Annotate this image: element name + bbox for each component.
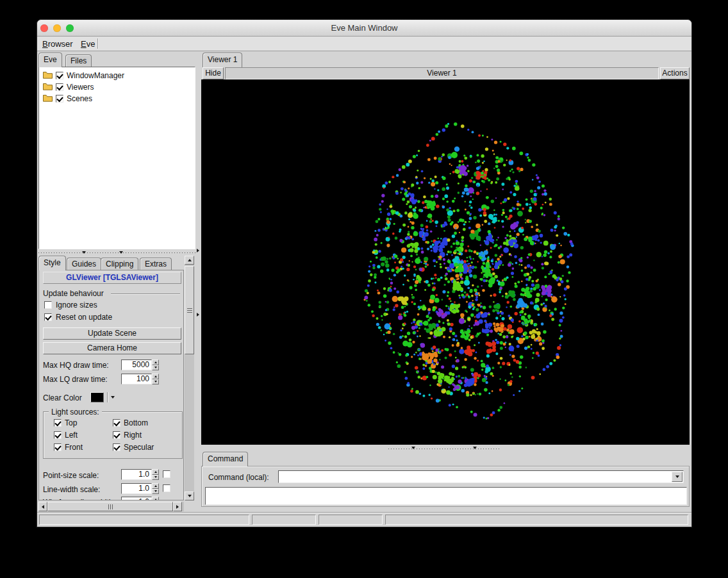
folder-icon (43, 71, 53, 81)
menu-bar: Browser Eve (37, 37, 691, 51)
left-horizontal-splitter[interactable] (38, 250, 196, 255)
menu-browser[interactable]: Browser (38, 38, 77, 50)
spin-up-button[interactable] (152, 374, 159, 379)
light-left[interactable]: Left (54, 431, 78, 440)
title-bar[interactable]: Eve Main Window (37, 20, 691, 37)
light-specular-checkbox[interactable] (113, 443, 120, 451)
tab-guides[interactable]: Guides (67, 258, 101, 270)
point-size-spin-buttons (152, 469, 159, 480)
menu-divider (97, 38, 99, 49)
menu-eve[interactable]: Eve (77, 38, 99, 50)
command-panel: Command (local): (201, 466, 690, 507)
command-dropdown-button[interactable] (672, 472, 682, 482)
scroll-left-button[interactable] (38, 502, 47, 511)
max-lq-value[interactable]: 100 (121, 374, 152, 384)
ignore-sizes-checkbox[interactable] (44, 301, 52, 309)
scroll-down-button[interactable] (185, 491, 194, 500)
tab-eve[interactable]: Eve (38, 53, 62, 67)
max-lq-spin-buttons (152, 374, 159, 384)
light-bottom[interactable]: Bottom (113, 418, 148, 427)
status-cell (39, 515, 249, 525)
splitter-expand-icon[interactable] (197, 249, 199, 252)
gl-viewport[interactable] (201, 79, 690, 445)
tab-files[interactable]: Files (65, 54, 92, 67)
light-specular[interactable]: Specular (113, 443, 154, 452)
tab-clipping[interactable]: Clipping (101, 258, 138, 270)
splitter-collapse-icon[interactable] (119, 251, 123, 254)
clear-color-label: Clear Color (43, 393, 82, 402)
max-hq-spin-buttons (152, 359, 159, 370)
tab-style[interactable]: Style (38, 256, 66, 270)
light-bottom-checkbox[interactable] (113, 419, 120, 427)
tab-viewer-1[interactable]: Viewer 1 (203, 53, 242, 67)
style-vscrollbar-thumb[interactable] (185, 266, 194, 354)
light-front-checkbox[interactable] (54, 443, 62, 451)
glviewer-link[interactable]: GLViewer [TGLSAViewer] (43, 272, 181, 284)
splitter-collapse-icon[interactable] (473, 447, 477, 449)
tree-item-viewers[interactable]: Viewers (40, 81, 194, 93)
light-right-checkbox[interactable] (113, 431, 120, 439)
tree-item-checkbox[interactable] (56, 95, 63, 103)
light-right[interactable]: Right (113, 431, 142, 440)
hide-button[interactable]: Hide (203, 67, 224, 79)
line-width-label: Line-width scale: (43, 485, 100, 494)
clear-color-dropdown-icon[interactable] (111, 396, 115, 399)
style-hscrollbar-thumb[interactable] (47, 502, 173, 511)
style-panel: GLViewer [TGLSAViewer] Update behaviour … (38, 270, 184, 500)
clear-color-swatch[interactable] (90, 392, 104, 402)
command-output[interactable] (205, 487, 687, 505)
point-size-value[interactable]: 1.0 (121, 469, 152, 480)
scroll-right-button[interactable] (173, 502, 182, 511)
light-front[interactable]: Front (54, 443, 83, 452)
status-cell (318, 515, 383, 525)
wireframe-spin-buttons (152, 497, 159, 500)
tree-item-windowmanager[interactable]: WindowManager (40, 70, 194, 81)
command-input[interactable] (278, 470, 684, 483)
tree-item-scenes[interactable]: Scenes (40, 93, 194, 104)
tab-command[interactable]: Command (203, 452, 248, 467)
max-hq-value[interactable]: 5000 (121, 359, 152, 370)
vertical-splitter[interactable] (196, 51, 201, 512)
command-label: Command (local): (208, 473, 269, 482)
line-width-fix-checkbox[interactable] (163, 484, 170, 492)
wireframe-value[interactable]: 1.0 (121, 497, 152, 500)
spin-down-button[interactable] (152, 489, 159, 495)
zoom-icon[interactable] (66, 24, 74, 32)
point-size-fix-checkbox[interactable] (163, 470, 170, 478)
viewer-horizontal-splitter[interactable] (201, 445, 690, 451)
line-width-spin-buttons (152, 483, 159, 494)
light-top-checkbox[interactable] (54, 419, 62, 427)
spin-down-button[interactable] (152, 379, 159, 385)
splitter-dots (38, 252, 196, 253)
tree-item-checkbox[interactable] (56, 72, 63, 79)
splitter-expand-icon[interactable] (197, 313, 199, 317)
status-bar (37, 512, 691, 527)
window-title: Eve Main Window (37, 20, 691, 36)
spin-up-button[interactable] (152, 483, 159, 489)
spin-down-button[interactable] (152, 475, 159, 481)
swatch-separator (107, 392, 108, 402)
line-width-value[interactable]: 1.0 (121, 483, 152, 494)
light-label: Specular (124, 443, 154, 452)
folder-icon (43, 94, 53, 104)
spin-down-button[interactable] (152, 365, 159, 371)
splitter-collapse-icon[interactable] (411, 447, 415, 449)
spin-up-button[interactable] (152, 497, 159, 500)
close-icon[interactable] (40, 24, 48, 32)
splitter-collapse-icon[interactable] (82, 251, 86, 254)
camera-home-button[interactable]: Camera Home (43, 342, 181, 354)
viewer-title[interactable]: Viewer 1 (225, 67, 659, 79)
update-scene-button[interactable]: Update Scene (43, 327, 181, 340)
viewer-header: Hide Viewer 1 Actions (203, 67, 690, 79)
ignore-sizes-label: Ignore sizes (56, 301, 97, 310)
spin-up-button[interactable] (152, 359, 159, 365)
tab-extras[interactable]: Extras (140, 258, 172, 270)
minimize-icon[interactable] (53, 24, 61, 32)
tree-item-checkbox[interactable] (56, 83, 63, 91)
scroll-up-button[interactable] (185, 256, 194, 265)
reset-on-update-checkbox[interactable] (44, 313, 52, 321)
light-left-checkbox[interactable] (54, 431, 62, 439)
light-top[interactable]: Top (54, 418, 77, 427)
actions-button[interactable]: Actions (660, 67, 690, 79)
spin-up-button[interactable] (152, 469, 159, 475)
